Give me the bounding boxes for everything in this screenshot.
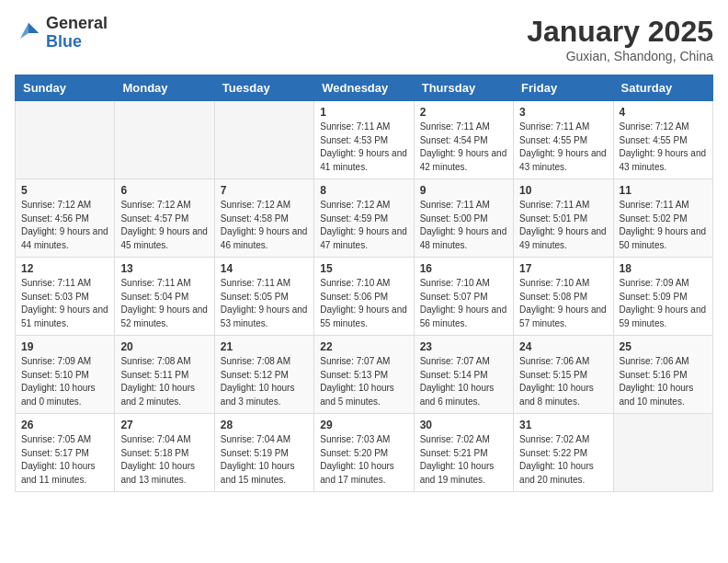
calendar-cell: 25Sunrise: 7:06 AM Sunset: 5:16 PM Dayli… [613, 336, 712, 414]
calendar-cell: 18Sunrise: 7:09 AM Sunset: 5:09 PM Dayli… [613, 258, 712, 336]
day-number: 3 [519, 106, 607, 119]
day-number: 16 [420, 262, 507, 275]
calendar-cell: 21Sunrise: 7:08 AM Sunset: 5:12 PM Dayli… [214, 336, 313, 414]
day-number: 21 [221, 340, 308, 353]
day-info: Sunrise: 7:07 AM Sunset: 5:14 PM Dayligh… [420, 355, 507, 408]
day-info: Sunrise: 7:08 AM Sunset: 5:11 PM Dayligh… [120, 355, 208, 408]
day-info: Sunrise: 7:09 AM Sunset: 5:09 PM Dayligh… [620, 277, 707, 330]
calendar-cell: 26Sunrise: 7:05 AM Sunset: 5:17 PM Dayli… [16, 414, 115, 492]
calendar-week-row: 19Sunrise: 7:09 AM Sunset: 5:10 PM Dayli… [16, 336, 713, 414]
logo-general-text: General [46, 14, 108, 32]
day-info: Sunrise: 7:02 AM Sunset: 5:22 PM Dayligh… [519, 433, 607, 487]
day-number: 30 [420, 419, 507, 431]
day-info: Sunrise: 7:05 AM Sunset: 5:17 PM Dayligh… [21, 433, 108, 487]
calendar-week-row: 26Sunrise: 7:05 AM Sunset: 5:17 PM Dayli… [16, 414, 713, 492]
day-number: 4 [620, 106, 707, 119]
calendar-cell: 1Sunrise: 7:11 AM Sunset: 4:53 PM Daylig… [314, 101, 414, 179]
day-number: 8 [320, 184, 407, 197]
calendar-week-row: 1Sunrise: 7:11 AM Sunset: 4:53 PM Daylig… [16, 101, 713, 179]
calendar-cell: 20Sunrise: 7:08 AM Sunset: 5:11 PM Dayli… [115, 336, 214, 414]
calendar-cell: 3Sunrise: 7:11 AM Sunset: 4:55 PM Daylig… [514, 101, 613, 179]
calendar-cell: 14Sunrise: 7:11 AM Sunset: 5:05 PM Dayli… [214, 258, 313, 336]
day-of-week-header: Tuesday [214, 75, 313, 101]
calendar-cell [214, 101, 313, 179]
calendar-cell: 28Sunrise: 7:04 AM Sunset: 5:19 PM Dayli… [214, 414, 313, 492]
day-info: Sunrise: 7:09 AM Sunset: 5:10 PM Dayligh… [21, 355, 108, 408]
day-info: Sunrise: 7:08 AM Sunset: 5:12 PM Dayligh… [221, 355, 308, 408]
day-number: 31 [519, 419, 607, 431]
day-info: Sunrise: 7:06 AM Sunset: 5:15 PM Dayligh… [519, 355, 607, 408]
day-info: Sunrise: 7:07 AM Sunset: 5:13 PM Dayligh… [320, 355, 407, 408]
day-number: 22 [320, 340, 407, 353]
day-info: Sunrise: 7:11 AM Sunset: 5:05 PM Dayligh… [221, 277, 308, 330]
day-number: 11 [620, 184, 707, 197]
calendar-cell: 31Sunrise: 7:02 AM Sunset: 5:22 PM Dayli… [514, 414, 613, 492]
calendar-week-row: 5Sunrise: 7:12 AM Sunset: 4:56 PM Daylig… [16, 179, 713, 258]
day-number: 25 [620, 340, 707, 353]
day-info: Sunrise: 7:02 AM Sunset: 5:21 PM Dayligh… [420, 433, 507, 487]
day-number: 14 [221, 262, 308, 275]
calendar-cell [613, 414, 712, 492]
calendar-cell: 17Sunrise: 7:10 AM Sunset: 5:08 PM Dayli… [514, 258, 613, 336]
calendar-cell: 6Sunrise: 7:12 AM Sunset: 4:57 PM Daylig… [115, 179, 214, 258]
calendar-cell: 19Sunrise: 7:09 AM Sunset: 5:10 PM Dayli… [16, 336, 115, 414]
day-info: Sunrise: 7:11 AM Sunset: 4:54 PM Dayligh… [420, 121, 507, 174]
day-number: 9 [420, 184, 507, 197]
calendar-cell: 8Sunrise: 7:12 AM Sunset: 4:59 PM Daylig… [314, 179, 414, 258]
day-number: 5 [21, 184, 108, 197]
day-info: Sunrise: 7:11 AM Sunset: 5:01 PM Dayligh… [519, 199, 607, 252]
logo: General Blue [15, 15, 108, 52]
location: Guxian, Shandong, China [527, 49, 713, 63]
day-of-week-header: Thursday [414, 75, 513, 101]
day-info: Sunrise: 7:06 AM Sunset: 5:16 PM Dayligh… [620, 355, 707, 408]
day-info: Sunrise: 7:12 AM Sunset: 4:57 PM Dayligh… [120, 199, 208, 252]
day-of-week-header: Saturday [613, 75, 712, 101]
day-info: Sunrise: 7:04 AM Sunset: 5:18 PM Dayligh… [120, 433, 208, 487]
day-number: 20 [120, 340, 208, 353]
calendar-cell: 13Sunrise: 7:11 AM Sunset: 5:04 PM Dayli… [115, 258, 214, 336]
day-info: Sunrise: 7:11 AM Sunset: 5:04 PM Dayligh… [120, 277, 208, 330]
calendar-cell: 7Sunrise: 7:12 AM Sunset: 4:58 PM Daylig… [214, 179, 313, 258]
day-info: Sunrise: 7:04 AM Sunset: 5:19 PM Dayligh… [221, 433, 308, 487]
day-number: 2 [420, 106, 507, 119]
day-number: 24 [519, 340, 607, 353]
calendar-cell [16, 101, 115, 179]
page-header: General Blue January 2025 Guxian, Shando… [15, 15, 713, 63]
day-info: Sunrise: 7:11 AM Sunset: 4:55 PM Dayligh… [519, 121, 607, 174]
logo-icon [15, 19, 42, 47]
day-number: 23 [420, 340, 507, 353]
day-info: Sunrise: 7:12 AM Sunset: 4:59 PM Dayligh… [320, 199, 407, 252]
day-of-week-header: Monday [115, 75, 214, 101]
day-info: Sunrise: 7:11 AM Sunset: 5:03 PM Dayligh… [21, 277, 108, 330]
day-info: Sunrise: 7:10 AM Sunset: 5:08 PM Dayligh… [519, 277, 607, 330]
calendar-cell: 23Sunrise: 7:07 AM Sunset: 5:14 PM Dayli… [414, 336, 513, 414]
title-area: January 2025 Guxian, Shandong, China [527, 15, 713, 63]
day-number: 28 [221, 419, 308, 431]
day-number: 15 [320, 262, 407, 275]
day-info: Sunrise: 7:11 AM Sunset: 5:02 PM Dayligh… [620, 199, 707, 252]
calendar-cell: 29Sunrise: 7:03 AM Sunset: 5:20 PM Dayli… [314, 414, 414, 492]
calendar-table: SundayMondayTuesdayWednesdayThursdayFrid… [15, 75, 713, 492]
day-info: Sunrise: 7:12 AM Sunset: 4:55 PM Dayligh… [620, 121, 707, 174]
svg-marker-0 [28, 23, 39, 33]
calendar-week-row: 12Sunrise: 7:11 AM Sunset: 5:03 PM Dayli… [16, 258, 713, 336]
day-number: 26 [21, 419, 108, 431]
day-number: 29 [320, 419, 407, 431]
svg-marker-1 [20, 23, 28, 39]
day-number: 19 [21, 340, 108, 353]
calendar-cell: 30Sunrise: 7:02 AM Sunset: 5:21 PM Dayli… [414, 414, 513, 492]
calendar-cell: 4Sunrise: 7:12 AM Sunset: 4:55 PM Daylig… [613, 101, 712, 179]
calendar-cell: 22Sunrise: 7:07 AM Sunset: 5:13 PM Dayli… [314, 336, 414, 414]
day-number: 12 [21, 262, 108, 275]
calendar-cell: 24Sunrise: 7:06 AM Sunset: 5:15 PM Dayli… [514, 336, 613, 414]
day-of-week-header: Wednesday [314, 75, 414, 101]
calendar-cell: 9Sunrise: 7:11 AM Sunset: 5:00 PM Daylig… [414, 179, 513, 258]
logo-blue-text: Blue [46, 32, 82, 51]
calendar-cell: 5Sunrise: 7:12 AM Sunset: 4:56 PM Daylig… [16, 179, 115, 258]
day-number: 13 [120, 262, 208, 275]
calendar-cell [115, 101, 214, 179]
day-number: 18 [620, 262, 707, 275]
month-title: January 2025 [527, 15, 713, 49]
day-info: Sunrise: 7:03 AM Sunset: 5:20 PM Dayligh… [320, 433, 407, 487]
day-info: Sunrise: 7:10 AM Sunset: 5:07 PM Dayligh… [420, 277, 507, 330]
